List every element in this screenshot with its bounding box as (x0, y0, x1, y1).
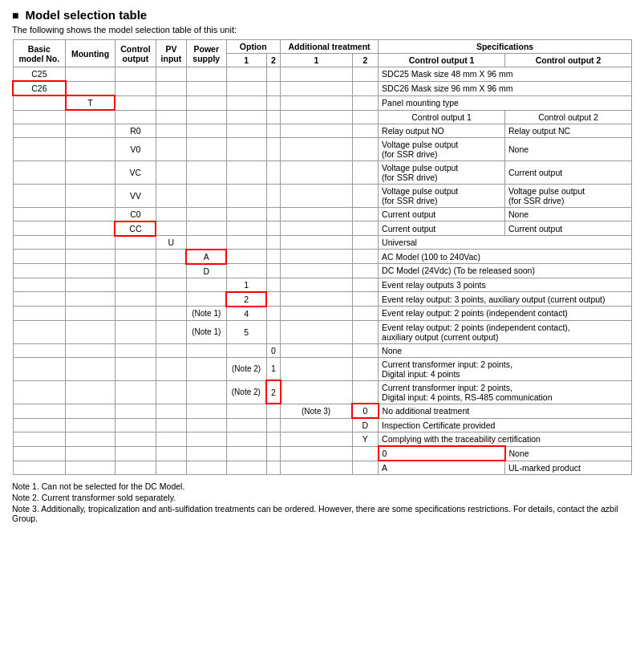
spec-R0-2: Relay output NC (505, 124, 632, 137)
spec-T: Panel mounting type (379, 95, 632, 110)
table-row: Y Complying with the traceability certif… (13, 432, 632, 447)
table-row: VC Voltage pulse output(for SSR drive) C… (13, 160, 632, 184)
opt2-1: 1 (266, 357, 280, 380)
spec-add2-0: None (505, 446, 632, 461)
table-row: T Panel mounting type (13, 95, 632, 110)
table-row: 0 None (13, 343, 632, 357)
opt1-4: 4 (226, 307, 266, 321)
spec-VC-1: Voltage pulse output(for SSR drive) (379, 160, 505, 184)
opt2-2: 2 (266, 380, 280, 404)
header-option: Option (226, 40, 281, 54)
opt1-1: 1 (226, 278, 266, 292)
table-row: 0 None (13, 446, 632, 461)
spec-ctrl-out2-header: Control output 2 (505, 110, 632, 124)
table-row: D Inspection Certificate provided (13, 418, 632, 432)
spec-CC-1: Current output (379, 221, 505, 236)
mounting-T: T (66, 95, 115, 110)
spec-ctrl-out1-header: Control output 1 (379, 110, 505, 124)
header-mounting: Mounting (66, 40, 115, 67)
spec-add1-D: Inspection Certificate provided (379, 418, 632, 432)
note-1: Note 1. Can not be selected for the DC M… (12, 481, 632, 491)
table-row: R0 Relay output NO Relay output NC (13, 124, 632, 137)
spec-U: Universal (379, 236, 632, 250)
table-row: C0 Current output None (13, 207, 632, 221)
power-D: D (186, 264, 226, 278)
spec-c25: SDC25 Mask size 48 mm X 96 mm (379, 67, 632, 82)
spec-opt2-1: Current transformer input: 2 points,Digi… (379, 357, 632, 380)
table-row: (Note 2) 1 Current transformer input: 2 … (13, 357, 632, 380)
spec-opt1-2: Event relay output: 3 points, auxiliary … (379, 292, 632, 307)
spec-V0-2: None (505, 137, 632, 160)
note-2: Note 2. Current transformer sold separat… (12, 493, 632, 502)
note-3: Note 3. Additionally, tropicalization an… (12, 504, 632, 523)
header-control-output: Controloutput (115, 40, 156, 67)
table-row: 2 Event relay output: 3 points, auxiliar… (13, 292, 632, 307)
add1-0: 0 (352, 404, 379, 418)
header-add-treat-1: 1 (281, 54, 353, 67)
power-A: A (186, 250, 226, 264)
table-row: CC Current output Current output (13, 221, 632, 236)
header-pv-input: PVinput (156, 40, 186, 67)
header-basic-model: Basicmodel No. (13, 40, 66, 67)
opt1-5: 5 (226, 320, 266, 343)
spec-VC-2: Current output (505, 160, 632, 184)
ctrl-V0: V0 (115, 137, 156, 160)
spec-VV-1: Voltage pulse output(for SSR drive) (379, 184, 505, 207)
table-row: D DC Model (24Vdc) (To be released soon) (13, 264, 632, 278)
add1-note3: (Note 3) (281, 404, 353, 418)
header-spec-col1: Control output 1 (379, 54, 505, 67)
notes-section: Note 1. Can not be selected for the DC M… (12, 481, 632, 523)
header-add-treat-2: 2 (352, 54, 379, 67)
table-row: (Note 1) 4 Event relay output: 2 points … (13, 307, 632, 321)
model-c26: C26 (13, 81, 66, 95)
pv-U: U (156, 236, 186, 250)
header-additional-treatment: Additional treatment (281, 40, 379, 54)
ctrl-VV: VV (115, 184, 156, 207)
subtitle: The following shows the model selection … (12, 25, 632, 35)
spec-opt2-2: Current transformer input: 2 points,Digi… (379, 380, 632, 404)
opt2-note2b: (Note 2) (226, 380, 266, 404)
ctrl-VC: VC (115, 160, 156, 184)
ctrl-R0: R0 (115, 124, 156, 137)
table-row: (Note 2) 2 Current transformer input: 2 … (13, 380, 632, 404)
opt2-0: 0 (266, 343, 280, 357)
spec-add2-A: UL-marked product (505, 461, 632, 475)
model-selection-table: Basicmodel No. Mounting Controloutput PV… (12, 39, 632, 475)
ctrl-C0: C0 (115, 207, 156, 221)
header-option-2: 2 (266, 54, 280, 67)
table-row: 1 Event relay outputs 3 points (13, 278, 632, 292)
table-row: A AC Model (100 to 240Vac) (13, 250, 632, 264)
opt1-note1a: (Note 1) (186, 307, 226, 321)
spec-opt2-0: None (379, 343, 632, 357)
spec-c26: SDC26 Mask size 96 mm X 96 mm (379, 81, 632, 95)
add1-Y: Y (352, 432, 379, 447)
table-row: (Note 3) 0 No additional treatment (13, 404, 632, 418)
spec-A: AC Model (100 to 240Vac) (379, 250, 632, 264)
header-option-1: 1 (226, 54, 266, 67)
opt1-note1b: (Note 1) (186, 320, 226, 343)
add2-A: A (379, 461, 505, 475)
spec-V0-1: Voltage pulse output(for SSR drive) (379, 137, 505, 160)
spec-C0-2: None (505, 207, 632, 221)
add1-D: D (352, 418, 379, 432)
spec-C0-1: Current output (379, 207, 505, 221)
spec-D: DC Model (24Vdc) (To be released soon) (379, 264, 632, 278)
table-row: (Note 1) 5 Event relay output: 2 points … (13, 320, 632, 343)
table-row: VV Voltage pulse output(for SSR drive) V… (13, 184, 632, 207)
spec-R0-1: Relay output NO (379, 124, 505, 137)
spec-VV-2: Voltage pulse output(for SSR drive) (505, 184, 632, 207)
table-row: C25 SDC25 Mask size 48 mm X 96 mm (13, 67, 632, 82)
table-row: A UL-marked product (13, 461, 632, 475)
opt1-2: 2 (226, 292, 266, 307)
table-row: V0 Voltage pulse output(for SSR drive) N… (13, 137, 632, 160)
table-row: C26 SDC26 Mask size 96 mm X 96 mm (13, 81, 632, 95)
header-specifications: Specifications (379, 40, 632, 54)
page-title: Model selection table (12, 8, 632, 22)
spec-opt1-4: Event relay output: 2 points (independen… (379, 307, 632, 321)
spec-opt1-5: Event relay output: 2 points (independen… (379, 320, 632, 343)
spec-add1-0: No additional treatment (379, 404, 632, 418)
table-row: U Universal (13, 236, 632, 250)
spec-CC-2: Current output (505, 221, 632, 236)
table-row: Control output 1 Control output 2 (13, 110, 632, 124)
spec-add1-Y: Complying with the traceability certific… (379, 432, 632, 447)
